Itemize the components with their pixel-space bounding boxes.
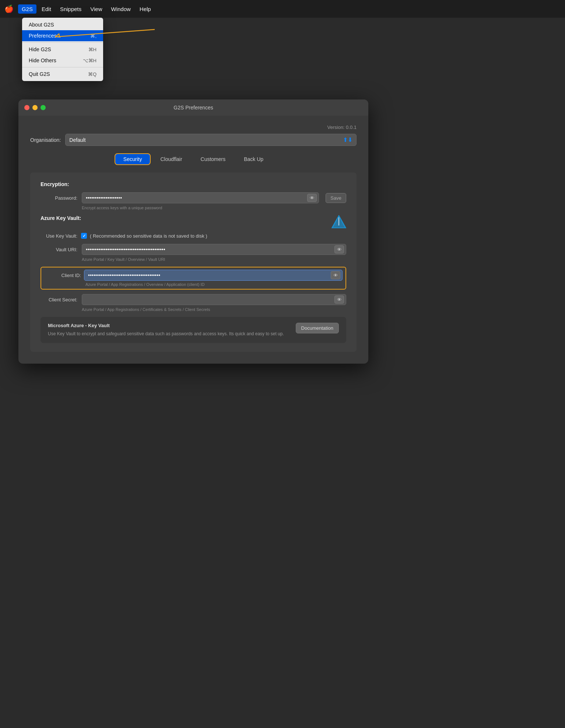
prefs-content: Version: 0.0.1 Organisation: Default ⬆⬇ … [18,116,368,364]
client-secret-hint: Azure Portal / App Registrations / Certi… [82,307,346,312]
vault-uri-input[interactable] [82,244,346,255]
use-vault-label: Use Key Vault: [41,233,77,239]
use-vault-checkbox-wrap: ✓ ( Recommended so sensitive data is not… [81,233,207,239]
tab-customers[interactable]: Customers [192,153,235,165]
info-box-title: Microsoft Azure - Key Vault [48,323,290,328]
client-id-input[interactable] [84,270,343,281]
org-label: Organisation: [30,137,61,143]
menu-item-preferences[interactable]: Preferences... ⌘, [22,30,103,41]
title-bar: G2S Preferences [18,99,368,116]
tab-security[interactable]: Security [115,153,151,165]
menu-window[interactable]: Window [108,4,134,14]
version-row: Version: 0.0.1 [30,125,357,130]
client-id-section: Client ID: 👁 Azure Portal / App Registra… [41,267,346,290]
vault-uri-hint: Azure Portal / Key Vault / Overview / Va… [82,257,346,262]
org-row: Organisation: Default ⬆⬇ [30,134,357,146]
password-eye-button[interactable]: 👁 [307,194,317,202]
menu-item-hide-g2s[interactable]: Hide G2S ⌘H [22,44,103,55]
tab-cloudflair[interactable]: Cloudflair [151,153,191,165]
menu-item-quit[interactable]: Quit G2S ⌘Q [22,69,103,80]
vault-uri-input-wrap: 👁 [82,244,346,255]
client-id-eye-button[interactable]: 👁 [331,271,340,279]
vault-uri-row: Vault URI: 👁 [41,244,346,255]
org-value: Default [69,137,85,143]
apple-logo-icon: 🍎 [4,4,14,13]
client-id-hint: Azure Portal / App Registrations / Overv… [85,282,343,287]
save-button[interactable]: Save [326,193,346,203]
menu-bar: 🍎 G2S Edit Snippets View Window Help [0,0,565,18]
version-text: Version: 0.0.1 [327,125,357,130]
menu-item-about[interactable]: About G2S [22,19,103,30]
info-box-text-area: Microsoft Azure - Key Vault Use Key Vaul… [48,323,290,337]
client-id-inner: Client ID: 👁 [44,270,343,281]
password-hint: Encrypt access keys with a unique passwo… [82,206,346,210]
azure-logo-icon [331,215,346,228]
client-secret-label: Client Secret: [41,297,77,302]
use-vault-row: Use Key Vault: ✓ ( Recommended so sensit… [41,233,346,239]
menu-view[interactable]: View [87,4,106,14]
client-id-input-wrap: 👁 [84,270,343,281]
org-select-arrow-icon: ⬆⬇ [343,136,352,143]
menu-help[interactable]: Help [136,4,155,14]
traffic-lights [24,105,46,110]
maximize-button[interactable] [41,105,46,110]
client-secret-row: Client Secret: 👁 [41,294,346,305]
dropdown-separator-2 [22,67,103,67]
password-input-wrap: 👁 [82,192,319,203]
org-select[interactable]: Default ⬆⬇ [65,134,357,146]
password-label: Password: [41,195,77,201]
security-panel: Encryption: Password: 👁 Save Encrypt acc… [30,172,357,352]
preferences-window: G2S Preferences Version: 0.0.1 Organisat… [18,99,368,364]
menu-g2s[interactable]: G2S [18,4,36,14]
menu-snippets[interactable]: Snippets [56,4,85,14]
vault-uri-eye-button[interactable]: 👁 [334,245,344,253]
vault-uri-label: Vault URI: [41,247,77,252]
use-vault-text: ( Recommended so sensitive data is not s… [90,233,207,239]
password-input[interactable] [82,192,319,203]
documentation-button[interactable]: Documentation [296,323,339,333]
checkbox-check-icon: ✓ [83,234,86,238]
info-box: Microsoft Azure - Key Vault Use Key Vaul… [41,317,346,343]
menu-edit[interactable]: Edit [38,4,55,14]
info-box-description: Use Key Vault to encrypt and safeguard s… [48,330,290,337]
tab-backup[interactable]: Back Up [235,153,272,165]
client-secret-input[interactable] [82,294,346,305]
encryption-title: Encryption: [41,181,346,187]
azure-section-header: Azure Key Vault: [41,215,346,228]
window-title: G2S Preferences [173,105,213,111]
azure-title: Azure Key Vault: [41,215,81,221]
close-button[interactable] [24,105,29,110]
menu-item-hide-others[interactable]: Hide Others ⌥⌘H [22,55,103,66]
dropdown-separator-1 [22,42,103,43]
use-vault-checkbox[interactable]: ✓ [81,233,87,239]
password-row: Password: 👁 Save [41,192,346,203]
tabs-container: Security Cloudflair Customers Back Up [30,153,357,165]
client-secret-input-wrap: 👁 [82,294,346,305]
g2s-dropdown-menu: About G2S Preferences... ⌘, Hide G2S ⌘H … [22,18,103,81]
client-id-label: Client ID: [44,273,81,278]
minimize-button[interactable] [32,105,38,110]
client-secret-eye-button[interactable]: 👁 [334,295,344,304]
